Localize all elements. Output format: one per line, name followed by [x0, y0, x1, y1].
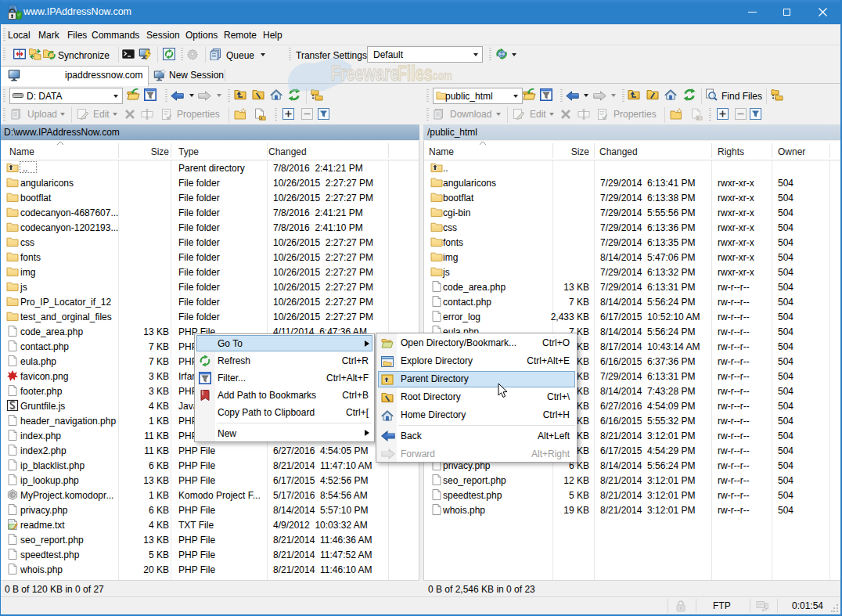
- svg-text:.com: .com: [430, 68, 452, 82]
- svg-text:Files: Files: [398, 61, 433, 85]
- svg-text:Freeware: Freeware: [331, 61, 399, 85]
